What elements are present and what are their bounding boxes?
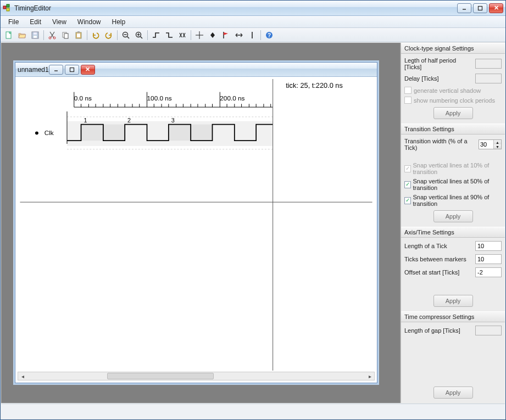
- app-icon: [3, 4, 12, 13]
- axis-apply-button[interactable]: Apply: [433, 295, 473, 307]
- open-folder-icon[interactable]: [16, 29, 28, 41]
- horizontal-scrollbar[interactable]: ◂ ▸: [18, 372, 375, 380]
- child-minimize-button[interactable]: [49, 65, 63, 75]
- menu-view[interactable]: View: [47, 17, 72, 27]
- transition-settings-header: Transition Settings: [401, 124, 505, 135]
- ticks-between-label: Ticks between markers: [404, 256, 473, 262]
- spin-down-icon[interactable]: ▼: [494, 144, 501, 149]
- app-title: TimingEditor: [14, 4, 51, 12]
- svg-line-20: [141, 36, 143, 38]
- document-titlebar[interactable]: unnamed1 ✕: [15, 63, 377, 77]
- new-document-icon[interactable]: [3, 29, 15, 41]
- clock-apply-button[interactable]: Apply: [433, 107, 473, 119]
- svg-text:100.0 ns: 100.0 ns: [147, 94, 172, 102]
- maximize-button[interactable]: [473, 3, 487, 13]
- spin-up-icon[interactable]: ▲: [494, 140, 501, 144]
- svg-text:1: 1: [84, 117, 87, 124]
- svg-text:200.0 ns: 200.0 ns: [220, 94, 244, 102]
- svg-rect-7: [34, 36, 37, 38]
- shadow-checkbox: [404, 87, 412, 94]
- svg-text:2: 2: [127, 117, 131, 124]
- delay-label: Delay [Ticks]: [404, 75, 473, 82]
- statusbar: [1, 404, 505, 419]
- svg-rect-4: [479, 6, 482, 10]
- svg-rect-0: [3, 6, 6, 9]
- close-button[interactable]: ✕: [489, 3, 503, 13]
- transition-width-input[interactable]: [479, 140, 493, 149]
- document-title: unnamed1: [18, 66, 49, 74]
- mdi-area: unnamed1 ✕ tick: 25, t:220.0 ns: [1, 43, 401, 403]
- menu-help[interactable]: Help: [107, 17, 131, 27]
- marker-icon[interactable]: [207, 29, 219, 41]
- half-period-label: Legth of half period [Ticks]: [404, 57, 473, 70]
- snap90-checkbox[interactable]: ✓: [404, 197, 411, 204]
- child-close-button[interactable]: ✕: [81, 65, 95, 75]
- ticks-between-input[interactable]: [475, 254, 502, 264]
- signal-bullet: [35, 131, 38, 135]
- tick-length-input[interactable]: [475, 241, 502, 251]
- paste-icon[interactable]: [73, 29, 85, 41]
- main-window: TimingEditor ✕ File Edit View Window Hel…: [0, 0, 506, 420]
- half-period-input: [475, 59, 502, 69]
- zoom-out-icon[interactable]: [120, 29, 132, 41]
- tick-length-label: Length of a Tick: [404, 243, 473, 249]
- rising-edge-icon[interactable]: [150, 29, 162, 41]
- scroll-thumb[interactable]: [107, 373, 214, 379]
- snap50-label: Snap vertical lines at 50% of transition: [413, 178, 502, 191]
- cut-icon[interactable]: [46, 29, 58, 41]
- crosshair-icon[interactable]: [193, 29, 205, 41]
- vertical-line-icon[interactable]: [246, 29, 258, 41]
- scroll-right-icon[interactable]: ▸: [365, 372, 374, 380]
- signal-name[interactable]: Clk: [45, 129, 54, 137]
- falling-edge-icon[interactable]: [163, 29, 175, 41]
- scroll-left-icon[interactable]: ◂: [18, 372, 27, 380]
- svg-rect-1: [7, 4, 9, 7]
- numbering-checkbox: [404, 97, 412, 104]
- menu-window[interactable]: Window: [72, 17, 107, 27]
- snap50-checkbox[interactable]: ✓: [404, 181, 411, 188]
- menu-file[interactable]: File: [3, 17, 24, 27]
- width-arrow-icon[interactable]: [233, 29, 245, 41]
- numbering-label: show numbering clock periods: [414, 97, 495, 104]
- svg-line-17: [127, 36, 130, 38]
- gap-label: Length of gap [Ticks]: [404, 327, 473, 334]
- toolbar: ?: [1, 28, 505, 42]
- offset-input[interactable]: [475, 267, 502, 277]
- svg-rect-14: [77, 33, 80, 37]
- delay-input: [475, 74, 502, 83]
- undo-icon[interactable]: [90, 29, 102, 41]
- redo-icon[interactable]: [103, 29, 115, 41]
- help-icon[interactable]: ?: [263, 29, 275, 41]
- save-icon[interactable]: [29, 29, 41, 41]
- zoom-in-icon[interactable]: [133, 29, 145, 41]
- clock-settings-header: Clock-type signal Settings: [401, 43, 505, 54]
- gap-input: [475, 326, 502, 335]
- offset-label: Offset at start [Ticks]: [404, 269, 473, 276]
- svg-rect-8: [34, 32, 37, 35]
- child-maximize-button[interactable]: [65, 65, 79, 75]
- transition-width-label: Transition width (% of a Tick): [404, 138, 476, 151]
- svg-text:3: 3: [171, 117, 175, 124]
- cursor-status: tick: 25, t:220.0 ns: [286, 81, 343, 89]
- transition-width-spinner[interactable]: ▲▼: [479, 139, 502, 149]
- minimize-button[interactable]: [457, 3, 471, 13]
- svg-rect-2: [7, 8, 9, 11]
- snap10-label: Snap vertical lines at 10% of transition: [413, 162, 502, 175]
- svg-text:?: ?: [268, 32, 271, 38]
- menubar: File Edit View Window Help: [1, 16, 505, 28]
- flag-icon[interactable]: [220, 29, 232, 41]
- svg-rect-15: [77, 31, 80, 33]
- snap10-checkbox: ✓: [404, 165, 411, 172]
- compressor-settings-header: Time compressor Settings: [401, 311, 505, 322]
- menu-edit[interactable]: Edit: [24, 17, 47, 27]
- timing-canvas[interactable]: tick: 25, t:220.0 ns: [18, 79, 375, 371]
- axis-settings-header: Axis/Time Settings: [401, 227, 505, 238]
- transition-apply-button[interactable]: Apply: [433, 210, 473, 222]
- copy-icon[interactable]: [59, 29, 71, 41]
- snap90-label: Snap vertical lines at 90% of transition: [413, 194, 502, 207]
- compressor-apply-button[interactable]: Apply: [433, 387, 473, 399]
- document-window: unnamed1 ✕ tick: 25, t:220.0 ns: [15, 62, 377, 383]
- svg-rect-12: [64, 33, 68, 38]
- titlebar[interactable]: TimingEditor ✕: [1, 1, 505, 16]
- both-edges-icon[interactable]: [176, 29, 188, 41]
